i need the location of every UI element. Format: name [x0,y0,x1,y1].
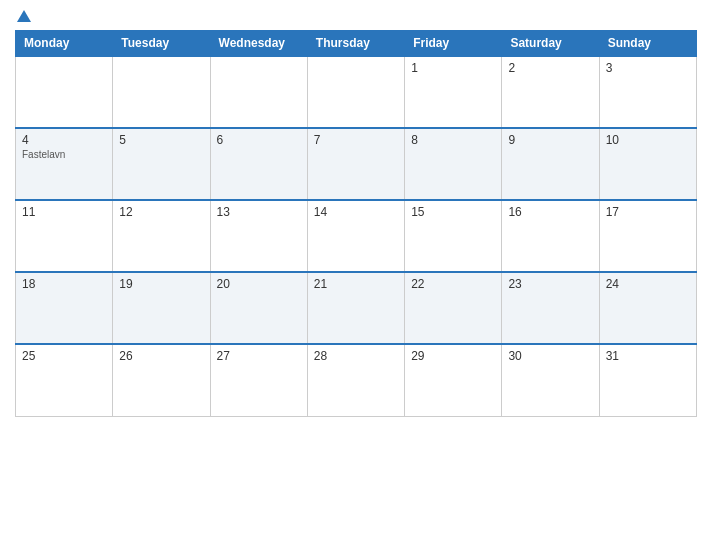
calendar-cell [210,56,307,128]
day-number: 28 [314,349,327,363]
weekday-header-row: Monday Tuesday Wednesday Thursday Friday… [16,31,697,57]
day-number: 23 [508,277,521,291]
calendar-cell: 9 [502,128,599,200]
calendar-cell: 4Fastelavn [16,128,113,200]
header-sunday: Sunday [599,31,696,57]
calendar-cell: 17 [599,200,696,272]
calendar-cell: 18 [16,272,113,344]
logo-triangle-icon [17,10,31,22]
calendar-week-row: 11121314151617 [16,200,697,272]
day-number: 5 [119,133,126,147]
calendar-cell [113,56,210,128]
calendar-week-row: 18192021222324 [16,272,697,344]
calendar-week-row: 4Fastelavn5678910 [16,128,697,200]
calendar-cell: 21 [307,272,404,344]
calendar-container: Monday Tuesday Wednesday Thursday Friday… [0,0,712,550]
calendar-grid: Monday Tuesday Wednesday Thursday Friday… [15,30,697,417]
day-number: 29 [411,349,424,363]
calendar-cell: 16 [502,200,599,272]
header-tuesday: Tuesday [113,31,210,57]
day-number: 22 [411,277,424,291]
calendar-cell [16,56,113,128]
day-number: 17 [606,205,619,219]
day-number: 14 [314,205,327,219]
day-number: 7 [314,133,321,147]
day-number: 4 [22,133,29,147]
calendar-week-row: 123 [16,56,697,128]
calendar-cell: 20 [210,272,307,344]
header-saturday: Saturday [502,31,599,57]
calendar-cell: 5 [113,128,210,200]
calendar-cell: 26 [113,344,210,416]
calendar-cell: 29 [405,344,502,416]
day-number: 3 [606,61,613,75]
day-number: 20 [217,277,230,291]
calendar-body: 1234Fastelavn567891011121314151617181920… [16,56,697,416]
day-number: 6 [217,133,224,147]
calendar-cell: 19 [113,272,210,344]
calendar-week-row: 25262728293031 [16,344,697,416]
day-number: 15 [411,205,424,219]
day-number: 19 [119,277,132,291]
day-number: 1 [411,61,418,75]
calendar-cell: 31 [599,344,696,416]
day-number: 2 [508,61,515,75]
day-number: 21 [314,277,327,291]
day-number: 30 [508,349,521,363]
header-wednesday: Wednesday [210,31,307,57]
calendar-cell: 22 [405,272,502,344]
calendar-cell: 14 [307,200,404,272]
calendar-cell: 15 [405,200,502,272]
calendar-cell: 27 [210,344,307,416]
calendar-cell: 23 [502,272,599,344]
holiday-name: Fastelavn [22,149,65,160]
calendar-cell: 6 [210,128,307,200]
day-number: 18 [22,277,35,291]
calendar-cell: 28 [307,344,404,416]
calendar-cell: 3 [599,56,696,128]
calendar-cell: 12 [113,200,210,272]
calendar-header [15,10,697,22]
calendar-cell: 25 [16,344,113,416]
calendar-cell: 10 [599,128,696,200]
logo [15,10,31,22]
day-number: 9 [508,133,515,147]
calendar-cell [307,56,404,128]
day-number: 10 [606,133,619,147]
day-number: 16 [508,205,521,219]
day-number: 8 [411,133,418,147]
header-thursday: Thursday [307,31,404,57]
day-number: 24 [606,277,619,291]
day-number: 11 [22,205,35,219]
day-number: 31 [606,349,619,363]
day-number: 26 [119,349,132,363]
calendar-header-row: Monday Tuesday Wednesday Thursday Friday… [16,31,697,57]
day-number: 27 [217,349,230,363]
header-friday: Friday [405,31,502,57]
calendar-cell: 13 [210,200,307,272]
header-monday: Monday [16,31,113,57]
day-number: 25 [22,349,35,363]
calendar-cell: 30 [502,344,599,416]
calendar-cell: 2 [502,56,599,128]
day-number: 13 [217,205,230,219]
calendar-cell: 11 [16,200,113,272]
logo-blue-text [15,10,31,22]
day-number: 12 [119,205,132,219]
calendar-cell: 8 [405,128,502,200]
calendar-cell: 1 [405,56,502,128]
calendar-cell: 7 [307,128,404,200]
calendar-cell: 24 [599,272,696,344]
